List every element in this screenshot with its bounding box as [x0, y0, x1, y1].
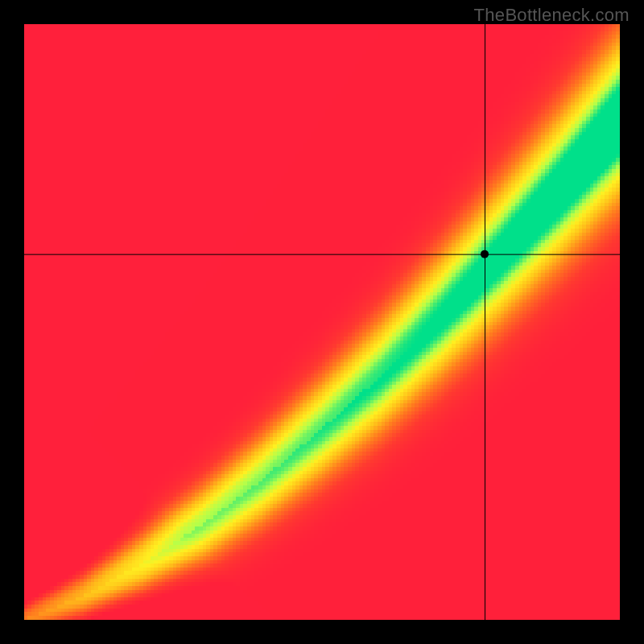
attribution-label: TheBottleneck.com: [474, 5, 630, 26]
heatmap-canvas: [24, 24, 620, 620]
chart-frame: TheBottleneck.com: [0, 0, 644, 644]
heatmap-plot: [24, 24, 620, 620]
